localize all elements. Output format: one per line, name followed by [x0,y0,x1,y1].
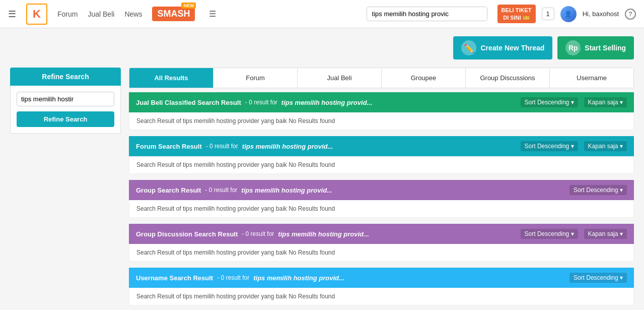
sidebar-search-input[interactable] [17,92,114,106]
smash-new-badge: NEW [181,3,196,9]
group-discussion-result-title-group: Group Discussion Search Result - 0 resul… [136,230,369,238]
jual-beli-result-title: Jual Beli Classified Search Result [136,99,241,106]
group-result-body: Search Result of tips memilih hosting pr… [129,200,634,218]
forum-result-controls: Sort Descending ▾ Kapan saja ▾ [521,141,627,151]
username-result-body: Search Result of tips memilih hosting pr… [129,288,634,305]
group-discussion-result-text: Search Result of tips memilih hosting pr… [136,249,335,256]
tab-all-results[interactable]: All Results [129,68,213,88]
create-thread-label: Create New Thread [480,44,544,52]
forum-result-count: - 0 result for [206,143,238,150]
forum-kapan-button[interactable]: Kapan saja ▾ [584,141,627,151]
start-selling-label: Start Selling [585,44,626,52]
action-bar: ✏️ Create New Thread Rp Start Selling [0,28,644,68]
forum-sort-button[interactable]: Sort Descending ▾ [521,141,578,151]
header-right: BELI TIKETDI SINI 🎫 1 👤 Hi, baxohost ? [497,5,636,23]
group-result-title: Group Search Result [136,187,201,194]
sidebar-refine-header[interactable]: Refine Search [10,68,121,86]
jual-beli-result-text: Search Result of tips memilih hosting pr… [136,117,335,125]
username-result-title: Username Search Result [136,274,213,282]
group-discussion-kapan-button[interactable]: Kapan saja ▾ [584,229,627,239]
jual-beli-result-title-group: Jual Beli Classified Search Result - 0 r… [136,99,372,106]
help-icon[interactable]: ? [625,9,636,20]
jual-beli-result-body: Search Result of tips memilih hosting pr… [129,112,634,130]
jual-beli-result-query: tips memilih hosting provid... [281,99,373,106]
search-bar: 🔍 [367,7,487,21]
hi-user-label[interactable]: Hi, baxohost [583,10,619,18]
group-discussion-result-body: Search Result of tips memilih hosting pr… [129,244,634,262]
tab-group-discussions[interactable]: Group Discussions [466,68,550,88]
forum-result-text: Search Result of tips memilih hosting pr… [136,161,335,168]
group-sort-button[interactable]: Sort Descending ▾ [569,185,627,195]
username-result-title-group: Username Search Result - 0 result for ti… [136,274,344,282]
group-result-header: Group Search Result - 0 result for tips … [129,180,634,200]
username-result-query: tips memilih hosting provid... [253,274,344,282]
forum-result-body: Search Result of tips memilih hosting pr… [129,156,634,174]
jual-beli-sort-button[interactable]: Sort Descending ▾ [521,97,578,107]
group-discussion-result-title: Group Discussion Search Result [136,230,238,238]
group-discussion-result-controls: Sort Descending ▾ Kapan saja ▾ [521,229,627,239]
header: ☰ K Forum Jual Beli News SMASH NEW ☰ 🔍 B… [0,0,644,28]
results-area: All Results Forum Jual Beli Groupee Grou… [129,68,634,310]
main-content: Refine Search Refine Search All Results … [0,68,644,310]
tab-username[interactable]: Username [550,68,633,88]
jual-beli-result-controls: Sort Descending ▾ Kapan saja ▾ [521,97,627,107]
group-discussion-result-section: Group Discussion Search Result - 0 resul… [129,224,634,262]
create-thread-button[interactable]: ✏️ Create New Thread [453,36,552,59]
hamburger-menu[interactable]: ☰ [8,9,16,20]
forum-result-query: tips memilih hosting provid... [242,143,333,150]
main-nav: Forum Jual Beli News [57,10,142,18]
search-input[interactable] [367,7,487,21]
group-result-section: Group Search Result - 0 result for tips … [129,180,634,218]
logo[interactable]: K [26,4,47,25]
group-result-controls: Sort Descending ▾ [569,185,627,195]
avatar[interactable]: 👤 [560,6,577,22]
start-selling-button[interactable]: Rp Start Selling [557,36,634,59]
nav-news[interactable]: News [124,10,142,18]
logo-box: K [26,4,47,25]
username-result-header: Username Search Result - 0 result for ti… [129,268,634,288]
jual-beli-result-header: Jual Beli Classified Search Result - 0 r… [129,92,634,112]
group-result-text: Search Result of tips memilih hosting pr… [136,205,335,212]
group-discussion-result-header: Group Discussion Search Result - 0 resul… [129,224,634,244]
group-discussion-result-query: tips memilih hosting provid... [278,230,369,238]
forum-result-section: Forum Search Result - 0 result for tips … [129,136,634,174]
group-discussion-result-count: - 0 result for [242,230,274,237]
username-sort-button[interactable]: Sort Descending ▾ [569,273,627,283]
beli-tiket-button[interactable]: BELI TIKETDI SINI 🎫 [497,5,536,23]
edit-icon: ✏️ [461,40,476,55]
jual-beli-kapan-button[interactable]: Kapan saja ▾ [584,97,627,107]
nav-jual-beli[interactable]: Jual Beli [88,10,114,18]
jual-beli-result-count: - 0 result for [245,99,277,106]
jual-beli-result-section: Jual Beli Classified Search Result - 0 r… [129,92,634,130]
group-result-count: - 0 result for [205,187,237,194]
tab-groupee[interactable]: Groupee [382,68,466,88]
logo-k-letter: K [33,8,41,21]
nav-forum[interactable]: Forum [57,10,78,18]
username-result-text: Search Result of tips memilih hosting pr… [136,293,335,300]
group-result-title-group: Group Search Result - 0 result for tips … [136,187,332,194]
forum-result-title: Forum Search Result [136,143,202,150]
username-result-count: - 0 result for [217,274,249,281]
sidebar: Refine Search Refine Search [10,68,121,310]
forum-result-header: Forum Search Result - 0 result for tips … [129,136,634,156]
sidebar-search-button[interactable]: Refine Search [17,111,114,127]
tab-forum[interactable]: Forum [213,68,298,88]
more-icon[interactable]: ☰ [209,9,216,19]
notification-badge[interactable]: 1 [542,8,554,20]
tabs: All Results Forum Jual Beli Groupee Grou… [129,68,634,88]
username-result-controls: Sort Descending ▾ [569,273,627,283]
group-result-query: tips memilih hosting provid... [241,187,332,194]
group-discussion-sort-button[interactable]: Sort Descending ▾ [521,229,578,239]
forum-result-title-group: Forum Search Result - 0 result for tips … [136,143,333,150]
smash-label: SMASH [157,9,190,19]
sidebar-body: Refine Search [10,86,121,134]
smash-logo[interactable]: SMASH NEW [152,7,195,21]
username-result-section: Username Search Result - 0 result for ti… [129,268,634,305]
tab-jual-beli[interactable]: Jual Beli [298,68,382,88]
rp-icon: Rp [565,40,581,55]
